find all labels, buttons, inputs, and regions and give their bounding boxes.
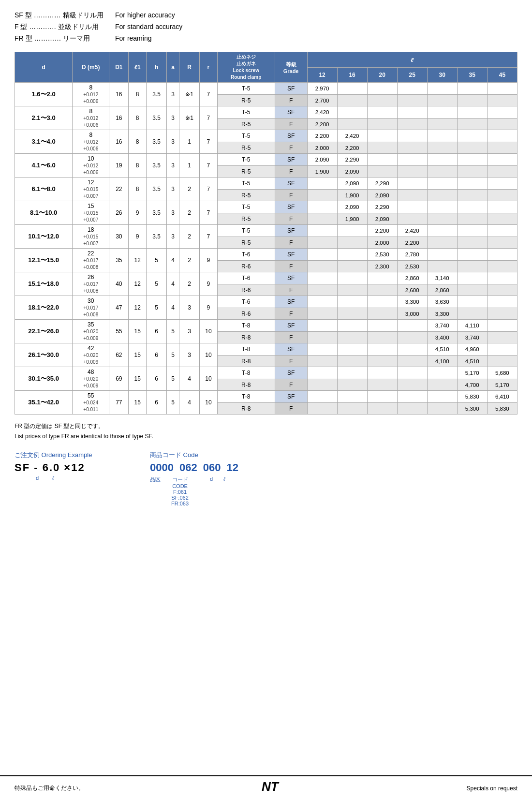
cell-l1: 12 [129, 249, 147, 272]
cell-sf-l20 [367, 367, 397, 379]
cell-f-l25 [397, 379, 427, 391]
cell-sf-l35 [457, 201, 487, 213]
cell-sf-l16 [337, 391, 367, 403]
cell-a: 3 [167, 225, 179, 249]
cell-sf-l12: 2,420 [307, 106, 337, 119]
cell-f-l16: 2,200 [337, 142, 367, 154]
cell-h: 3.5 [147, 201, 167, 225]
cell-l1: 9 [129, 225, 147, 249]
cell-sf-l12 [307, 178, 337, 190]
cell-f-l30 [427, 94, 457, 106]
cell-h: 3.5 [147, 178, 167, 201]
cell-grade-sf: SF [275, 130, 307, 142]
cell-f-l20 [367, 284, 397, 296]
cell-f-l30 [427, 189, 457, 201]
cell-d: 1.6〜2.0 [15, 83, 73, 106]
cell-sf-l30: 3,740 [427, 320, 457, 332]
cell-sf-l20 [367, 130, 397, 142]
cell-grade-f: F [275, 213, 307, 225]
cell-sf-l20 [367, 343, 397, 356]
cell-R: 2 [179, 272, 199, 296]
cell-grade-f: F [275, 260, 307, 272]
ordering-example: SF - 6.0 ×12 [15, 461, 131, 474]
th-R: R [179, 52, 199, 83]
cell-f-l45 [487, 118, 517, 130]
cell-r: 10 [200, 320, 218, 343]
code-sub-code-label: コード [172, 476, 188, 483]
table-row: 30.1〜35.048+0.020+0.009691565410T-8SF5,1… [15, 367, 517, 379]
table-row: 1.6〜2.08+0.012+0.0061683.53※17T-5SF2,970 [15, 83, 517, 95]
cell-l1: 8 [129, 83, 147, 106]
cell-f-l45 [487, 284, 517, 296]
cell-f-l16 [337, 355, 367, 367]
cell-sf-l25 [397, 130, 427, 142]
cell-R: ※1 [179, 106, 199, 130]
cell-sf-l25 [397, 106, 427, 119]
cell-grade-f: F [275, 402, 307, 415]
cell-D1: 19 [109, 154, 129, 178]
cell-sf-l35 [457, 225, 487, 237]
cell-lock-sf: T-6 [217, 272, 275, 284]
cell-R: 4 [179, 367, 199, 391]
th-lockscrew: 止めネジ止めガネLock screwRound clamp [217, 52, 275, 83]
cell-sf-l25: 2,780 [397, 249, 427, 261]
cell-f-l30: 3,300 [427, 308, 457, 320]
cell-sf-l12 [307, 201, 337, 213]
cell-sf-l16 [337, 249, 367, 261]
cell-lock-sf: T-5 [217, 225, 275, 237]
header-line-2: F 型 ………… 並級ドリル用 For standard accuracy [15, 21, 517, 33]
th-grade: 等級Grade [275, 52, 307, 83]
cell-grade-sf: SF [275, 272, 307, 284]
cell-sf-l12: 2,200 [307, 130, 337, 142]
cell-sf-l20: 2,530 [367, 249, 397, 261]
cell-grade-sf: SF [275, 106, 307, 119]
code-sub-code: コード CODE F:061 SF:062 FR:063 [171, 476, 189, 506]
cell-sf-l12 [307, 249, 337, 261]
cell-f-l20 [367, 165, 397, 178]
cell-d: 2.1〜3.0 [15, 106, 73, 130]
cell-sf-l16 [337, 106, 367, 119]
cell-D1: 69 [109, 367, 129, 391]
cell-f-l30 [427, 165, 457, 178]
cell-lock-f: R-5 [217, 165, 275, 178]
cell-r: 7 [200, 178, 218, 201]
cell-f-l45 [487, 142, 517, 154]
cell-grade-f: F [275, 142, 307, 154]
cell-f-l20 [367, 118, 397, 130]
cell-r: 7 [200, 154, 218, 178]
cell-R: 1 [179, 130, 199, 154]
cell-l1: 12 [129, 272, 147, 296]
cell-D: 12+0.015+0.007 [73, 178, 109, 201]
cell-f-l35 [457, 189, 487, 201]
cell-sf-l45 [487, 343, 517, 356]
cell-d: 8.1〜10.0 [15, 201, 73, 225]
cell-h: 6 [147, 320, 167, 343]
cell-f-l35: 4,700 [457, 379, 487, 391]
ordering-sub-d: d [36, 475, 39, 481]
cell-sf-l12 [307, 343, 337, 356]
cell-f-l16 [337, 260, 367, 272]
cell-grade-sf: SF [275, 320, 307, 332]
cell-lock-sf: T-5 [217, 83, 275, 95]
cell-f-l35 [457, 284, 487, 296]
cell-h: 5 [147, 249, 167, 272]
cell-sf-l12 [307, 296, 337, 308]
cell-lock-f: R-6 [217, 308, 275, 320]
cell-r: 10 [200, 367, 218, 391]
cell-sf-l12 [307, 272, 337, 284]
cell-sf-l30: 3,630 [427, 296, 457, 308]
cell-h: 6 [147, 343, 167, 367]
cell-a: 3 [167, 201, 179, 225]
cell-sf-l30 [427, 391, 457, 403]
cell-f-l30: 4,100 [427, 355, 457, 367]
cell-sf-l45 [487, 83, 517, 95]
cell-f-l12 [307, 402, 337, 415]
ordering-sub-l: ℓ [52, 475, 54, 481]
th-16: 16 [337, 67, 367, 83]
cell-sf-l35 [457, 130, 487, 142]
cell-h: 6 [147, 367, 167, 391]
cell-sf-l30: 3,140 [427, 272, 457, 284]
table-row: 2.1〜3.08+0.012+0.0061683.53※17T-5SF2,420 [15, 106, 517, 119]
main-table: d D (m5) D1 ℓ1 h a R r 止めネジ止めガネLock scre… [15, 52, 517, 415]
cell-R: 2 [179, 201, 199, 225]
